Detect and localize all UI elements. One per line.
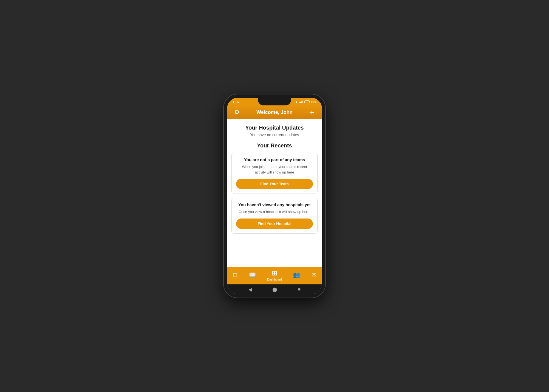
nav-item-hospital[interactable]: ⊟ bbox=[233, 271, 237, 279]
status-icons: ▲ 14% bbox=[295, 100, 316, 104]
hospital-card-title: You haven't viewed any hospitals yet bbox=[236, 202, 313, 207]
battery-percent: 14% bbox=[310, 100, 316, 103]
recents-title: Your Recents bbox=[231, 142, 318, 149]
home-button[interactable]: ⬤ bbox=[272, 287, 277, 292]
bottom-nav: ⊟ 📖 ⊞ Dashboard 👥 ✉ bbox=[227, 267, 322, 284]
messages-nav-icon: ✉ bbox=[312, 271, 316, 279]
phone-screen: 1:37 ▲ 14% ⚙ Welcome, bbox=[227, 98, 322, 294]
teams-nav-icon: 👥 bbox=[293, 271, 300, 279]
wifi-icon: ▲ bbox=[295, 100, 298, 103]
updates-title: Your Hospital Updates bbox=[231, 125, 318, 131]
back-button[interactable]: ◀ bbox=[248, 287, 252, 292]
settings-button[interactable]: ⚙ bbox=[233, 109, 241, 116]
find-hospital-button[interactable]: Find Your Hospital bbox=[236, 219, 313, 229]
nav-item-library[interactable]: 📖 bbox=[249, 271, 256, 279]
hospital-card-text: Once you view a hospital it will show up… bbox=[236, 209, 313, 215]
find-team-button[interactable]: Find Your Team bbox=[236, 179, 313, 189]
nav-item-teams[interactable]: 👥 bbox=[293, 271, 300, 279]
updates-subtitle: You have no current updates bbox=[231, 133, 318, 137]
battery-icon bbox=[304, 100, 309, 103]
logout-button[interactable]: ⬅ bbox=[308, 109, 316, 116]
nav-item-dashboard[interactable]: ⊞ Dashboard bbox=[267, 269, 282, 281]
android-nav-bar: ◀ ⬤ ■ bbox=[227, 284, 322, 294]
dashboard-nav-label: Dashboard bbox=[267, 278, 282, 281]
header-title: Welcome, John bbox=[241, 110, 308, 115]
main-content: Your Hospital Updates You have no curren… bbox=[227, 119, 322, 267]
dashboard-nav-icon: ⊞ bbox=[272, 269, 277, 277]
team-card-title: You are not a part of any teams bbox=[236, 157, 313, 162]
team-card: You are not a part of any teams When you… bbox=[231, 153, 318, 194]
signal-icon bbox=[299, 100, 303, 104]
hospital-nav-icon: ⊟ bbox=[233, 271, 237, 279]
hospital-card: You haven't viewed any hospitals yet Onc… bbox=[231, 198, 318, 234]
nav-item-messages[interactable]: ✉ bbox=[312, 271, 316, 279]
app-header: ⚙ Welcome, John ⬅ bbox=[227, 105, 322, 119]
status-time: 1:37 bbox=[233, 100, 240, 104]
recents-button[interactable]: ■ bbox=[298, 287, 301, 292]
phone-notch bbox=[258, 98, 291, 105]
library-nav-icon: 📖 bbox=[249, 271, 256, 279]
team-card-text: When you join a team, your teams recent … bbox=[236, 164, 313, 175]
phone-device: 1:37 ▲ 14% ⚙ Welcome, bbox=[224, 94, 325, 298]
